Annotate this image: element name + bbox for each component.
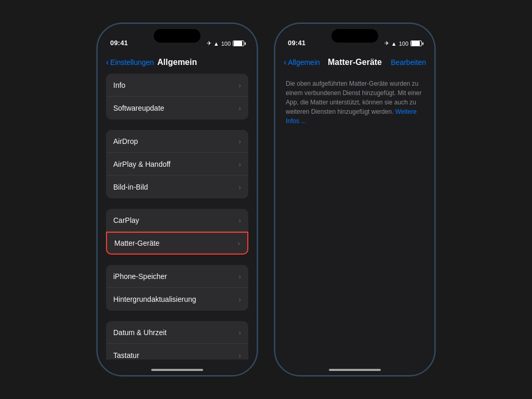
back-chevron-right: ‹ bbox=[284, 58, 286, 67]
status-icons-left: ✈ ▲ 100 bbox=[207, 40, 244, 47]
cell-carplay-label: CarPlay bbox=[113, 216, 139, 224]
cell-carplay[interactable]: CarPlay › bbox=[106, 209, 248, 232]
cell-bildinbild[interactable]: Bild-in-Bild › bbox=[106, 176, 248, 198]
cell-airdrop[interactable]: AirDrop › bbox=[106, 130, 248, 153]
cell-softwareupdate-label: Softwareupdate bbox=[113, 104, 164, 112]
airplane-icon-right: ✈ bbox=[384, 40, 389, 47]
back-button-right[interactable]: ‹ Allgemein bbox=[284, 58, 320, 67]
home-indicator-right bbox=[329, 369, 381, 371]
cell-matter[interactable]: Matter-Geräte › bbox=[106, 232, 248, 255]
dynamic-island bbox=[154, 29, 201, 43]
edit-button-right[interactable]: Bearbeiten bbox=[391, 58, 426, 66]
dynamic-island-right bbox=[331, 29, 378, 43]
cell-datum-chevron: › bbox=[238, 328, 241, 337]
cell-airplay-chevron: › bbox=[238, 160, 241, 168]
phone-content-right: Die oben aufgeführten Matter-Geräte wurd… bbox=[275, 74, 434, 360]
wifi-icon-right: ▲ bbox=[391, 41, 397, 47]
airplane-icon: ✈ bbox=[207, 40, 211, 47]
cell-softwareupdate[interactable]: Softwareupdate › bbox=[106, 97, 248, 119]
settings-group-4: iPhone-Speicher › Hintergrundaktualisier… bbox=[106, 265, 248, 311]
cell-info-chevron: › bbox=[238, 81, 241, 89]
status-time-left: 09:41 bbox=[110, 39, 128, 47]
battery-label-right: 100 bbox=[399, 41, 408, 47]
back-label-left: Einstellungen bbox=[110, 58, 154, 66]
cell-tastatur-label: Tastatur bbox=[113, 351, 139, 360]
back-button-left[interactable]: ‹ Einstellungen bbox=[106, 58, 154, 67]
settings-group-3: CarPlay › Matter-Geräte › bbox=[106, 209, 248, 255]
battery-icon-right bbox=[410, 41, 422, 46]
cell-bildinbild-chevron: › bbox=[238, 183, 241, 191]
back-label-right: Allgemein bbox=[288, 58, 320, 66]
battery-icon-left bbox=[233, 41, 244, 46]
cell-tastatur[interactable]: Tastatur › bbox=[106, 344, 248, 360]
cell-bildinbild-label: Bild-in-Bild bbox=[113, 183, 148, 191]
cell-info-label: Info bbox=[113, 81, 125, 89]
cell-softwareupdate-chevron: › bbox=[238, 104, 241, 112]
back-chevron-left: ‹ bbox=[106, 58, 109, 67]
cell-matter-label: Matter-Geräte bbox=[114, 239, 159, 247]
cell-datum[interactable]: Datum & Uhrzeit › bbox=[106, 321, 248, 344]
phone-content-left: Info › Softwareupdate › AirDrop › AirPla… bbox=[98, 74, 257, 360]
settings-group-5: Datum & Uhrzeit › Tastatur › Schriften ›… bbox=[106, 321, 248, 360]
cell-airdrop-label: AirDrop bbox=[113, 137, 138, 145]
wifi-icon: ▲ bbox=[214, 41, 219, 47]
cell-hintergrund[interactable]: Hintergrundaktualisierung › bbox=[106, 288, 248, 311]
cell-airplay[interactable]: AirPlay & Handoff › bbox=[106, 153, 248, 176]
cell-info[interactable]: Info › bbox=[106, 74, 248, 97]
cell-matter-chevron: › bbox=[237, 239, 240, 247]
battery-label: 100 bbox=[221, 41, 231, 47]
status-time-right: 09:41 bbox=[288, 39, 305, 47]
cell-hintergrund-label: Hintergrundaktualisierung bbox=[113, 295, 196, 303]
status-icons-right: ✈ ▲ 100 bbox=[384, 40, 422, 47]
home-indicator-left bbox=[151, 369, 203, 371]
nav-title-right: Matter-Geräte bbox=[328, 58, 382, 67]
nav-bar-left: ‹ Einstellungen Allgemein bbox=[98, 51, 257, 74]
cell-iphone-speicher-chevron: › bbox=[238, 272, 241, 281]
nav-title-left: Allgemein bbox=[157, 58, 197, 67]
cell-tastatur-chevron: › bbox=[238, 351, 241, 360]
cell-datum-label: Datum & Uhrzeit bbox=[113, 328, 167, 337]
cell-iphone-speicher[interactable]: iPhone-Speicher › bbox=[106, 265, 248, 288]
left-phone: 09:41 ✈ ▲ 100 ‹ Einstellungen Allgemein … bbox=[97, 23, 258, 376]
cell-hintergrund-chevron: › bbox=[238, 295, 241, 303]
cell-airdrop-chevron: › bbox=[238, 137, 241, 145]
matter-info-text: Die oben aufgeführten Matter-Geräte wurd… bbox=[284, 74, 426, 131]
nav-bar-right: ‹ Allgemein Matter-Geräte Bearbeiten bbox=[275, 51, 434, 74]
cell-airplay-label: AirPlay & Handoff bbox=[113, 160, 170, 168]
right-phone: 09:41 ✈ ▲ 100 ‹ Allgemein Matter-Geräte … bbox=[274, 23, 435, 376]
settings-group-1: Info › Softwareupdate › bbox=[106, 74, 248, 119]
cell-iphone-speicher-label: iPhone-Speicher bbox=[113, 272, 167, 281]
settings-group-2: AirDrop › AirPlay & Handoff › Bild-in-Bi… bbox=[106, 130, 248, 198]
cell-carplay-chevron: › bbox=[238, 216, 241, 224]
